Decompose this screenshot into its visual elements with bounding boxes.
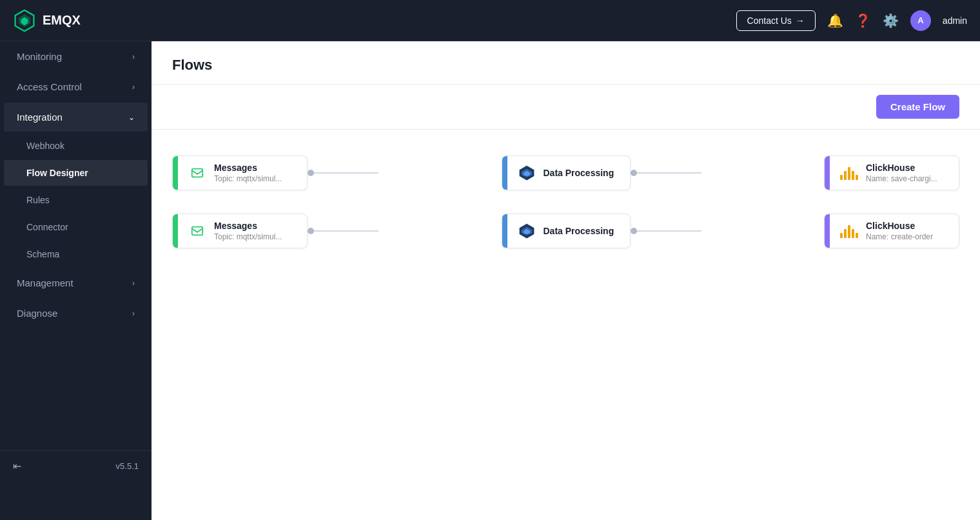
flow-connector — [308, 172, 502, 174]
app-name: EMQX — [43, 13, 81, 28]
content-area: Flows Create Flow Messages — [152, 41, 980, 520]
sidebar-subitem-flow-designer[interactable]: Flow Designer — [4, 160, 148, 186]
flow-source-node[interactable]: Messages Topic: mqttx/simul... — [172, 155, 308, 190]
main-layout: Monitoring › Access Control › Integratio… — [0, 41, 980, 520]
processor-node-title: Data Processing — [544, 168, 614, 178]
connector-curve-svg-2 — [637, 160, 830, 186]
sidebar-item-integration[interactable]: Integration ⌄ — [4, 103, 148, 132]
help-icon[interactable]: ❓ — [855, 13, 871, 28]
clickhouse-icon-2 — [839, 221, 859, 241]
svg-rect-3 — [192, 169, 203, 177]
flow-source-node-2[interactable]: Messages Topic: mqttx/simul... — [172, 214, 308, 248]
connector-curve-svg-4 — [637, 218, 830, 244]
sidebar-subitem-schema[interactable]: Schema — [4, 241, 148, 267]
node-bar-purple — [825, 156, 830, 190]
emqx-logo-icon — [13, 9, 36, 32]
sidebar: Monitoring › Access Control › Integratio… — [0, 41, 152, 520]
connector-dot-2 — [631, 170, 637, 176]
clickhouse-icon — [839, 163, 859, 183]
flow-row-2: Messages Topic: mqttx/simul... — [172, 214, 959, 248]
flow-processor-node[interactable]: Data Processing — [502, 155, 631, 190]
create-flow-button[interactable]: Create Flow — [876, 95, 959, 119]
messages-icon — [187, 163, 208, 183]
svg-rect-7 — [192, 227, 203, 235]
flow-connector-3 — [308, 230, 502, 232]
sidebar-item-diagnose[interactable]: Diagnose › — [4, 299, 148, 328]
connector-dot-4 — [631, 228, 637, 234]
chevron-down-icon: › — [132, 279, 135, 288]
flows-canvas: Messages Topic: mqttx/simul... — [152, 130, 980, 520]
sidebar-item-access-control[interactable]: Access Control › — [4, 72, 148, 101]
collapse-icon[interactable]: ⇤ — [13, 460, 21, 472]
processor-node-title-2: Data Processing — [544, 226, 614, 236]
contact-us-button[interactable]: Contact Us → — [736, 10, 816, 31]
dest-node-name: Name: save-chargi... — [866, 174, 937, 183]
page-title: Flows — [172, 57, 959, 74]
source-node-title: Messages — [214, 163, 282, 173]
source-node-topic-2: Topic: mqttx/simul... — [214, 232, 282, 241]
topbar-right: Contact Us → 🔔 ❓ ⚙️ A admin — [736, 10, 967, 31]
sidebar-item-monitoring[interactable]: Monitoring › — [4, 42, 148, 71]
version-label: v5.5.1 — [116, 461, 139, 471]
connector-curve-svg — [314, 160, 507, 186]
flow-connector-2 — [631, 172, 825, 174]
connector-dot-3 — [308, 228, 314, 234]
dest-node-title-2: ClickHouse — [866, 221, 933, 231]
chevron-up-icon: ⌄ — [128, 113, 135, 122]
connector-curve-svg-3 — [314, 218, 507, 244]
chevron-down-icon: › — [132, 83, 135, 92]
sidebar-subitem-rules[interactable]: Rules — [4, 187, 148, 213]
connector-dot — [308, 170, 314, 176]
content-toolbar: Create Flow — [152, 85, 980, 130]
admin-label: admin — [943, 15, 967, 26]
dest-node-title: ClickHouse — [866, 163, 937, 173]
source-node-topic: Topic: mqttx/simul... — [214, 174, 282, 183]
topbar: EMQX Contact Us → 🔔 ❓ ⚙️ A admin — [0, 0, 980, 41]
sidebar-subitem-webhook[interactable]: Webhook — [4, 133, 148, 159]
messages-icon-2 — [187, 221, 208, 241]
node-bar-purple-2 — [825, 214, 830, 248]
node-bar-green — [173, 156, 178, 190]
flow-connector-4 — [631, 230, 825, 232]
node-bar-blue-2 — [502, 214, 507, 248]
flow-destination-node-2[interactable]: ClickHouse Name: create-order — [824, 214, 959, 248]
node-bar-green-2 — [173, 214, 178, 248]
notification-icon[interactable]: 🔔 — [827, 13, 843, 28]
sidebar-subitem-connector[interactable]: Connector — [4, 214, 148, 240]
flow-processor-node-2[interactable]: Data Processing — [502, 214, 631, 248]
node-bar-blue — [502, 156, 507, 190]
chevron-down-icon: › — [132, 309, 135, 318]
chevron-down-icon: › — [132, 52, 135, 61]
flow-destination-node[interactable]: ClickHouse Name: save-chargi... — [824, 155, 959, 190]
source-node-title-2: Messages — [214, 221, 282, 231]
sidebar-item-management[interactable]: Management › — [4, 268, 148, 297]
settings-icon[interactable]: ⚙️ — [883, 13, 899, 28]
flow-row: Messages Topic: mqttx/simul... — [172, 155, 959, 190]
content-header: Flows — [152, 41, 980, 85]
data-processing-icon-2 — [516, 221, 537, 241]
sidebar-footer: ⇤ v5.5.1 — [0, 450, 152, 481]
avatar[interactable]: A — [910, 10, 931, 31]
logo-area: EMQX — [13, 9, 736, 32]
dest-node-name-2: Name: create-order — [866, 232, 933, 241]
data-processing-icon — [516, 163, 537, 183]
